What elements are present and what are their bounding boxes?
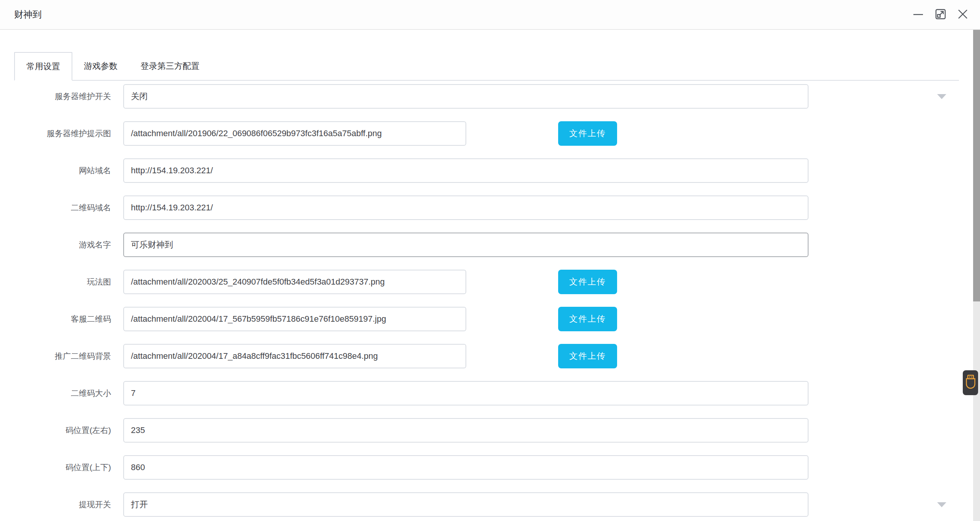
form-row-gameplay-image: 玩法图 文件上传 (14, 270, 966, 294)
form-row-qrcode-domain: 二维码域名 (14, 195, 966, 220)
window-controls (913, 9, 969, 20)
close-icon (957, 9, 968, 21)
field-label: 二维码大小 (14, 388, 111, 399)
usb-dongle-icon (965, 374, 976, 391)
upload-button[interactable]: 文件上传 (558, 344, 617, 368)
form-row-promo-qrcode-bg: 推广二维码背景 文件上传 (14, 344, 966, 368)
field-label: 提现开关 (14, 499, 111, 510)
upload-button[interactable]: 文件上传 (558, 307, 617, 331)
field-label: 游戏名字 (14, 239, 111, 250)
form-row-support-qrcode: 客服二维码 文件上传 (14, 307, 966, 331)
maximize-button[interactable] (935, 9, 946, 20)
field-label: 服务器维护提示图 (14, 128, 111, 139)
game-name-input[interactable] (123, 233, 808, 257)
form-row-site-domain: 网站域名 (14, 158, 966, 183)
tab-bar: 常用设置 游戏参数 登录第三方配置 (14, 52, 959, 81)
code-pos-x-input[interactable] (123, 418, 808, 443)
minimize-button[interactable] (913, 9, 924, 20)
field-label: 客服二维码 (14, 314, 111, 324)
form-row-maintenance-switch: 服务器维护开关 (14, 84, 966, 109)
support-qrcode-input[interactable] (123, 307, 466, 331)
field-label: 玩法图 (14, 277, 111, 287)
field-label: 网站域名 (14, 165, 111, 176)
maintenance-image-input[interactable] (123, 121, 466, 146)
chevron-down-icon[interactable] (937, 94, 946, 99)
field-label: 推广二维码背景 (14, 351, 111, 361)
code-pos-y-input[interactable] (123, 455, 808, 480)
gameplay-image-input[interactable] (123, 270, 466, 294)
upload-button[interactable]: 文件上传 (558, 270, 617, 294)
side-tool-button[interactable] (963, 370, 978, 395)
tab-game-params[interactable]: 游戏参数 (72, 52, 129, 80)
minimize-icon (913, 9, 924, 21)
withdraw-switch-select[interactable] (123, 492, 808, 517)
scrollbar-thumb[interactable] (973, 30, 980, 301)
field-label: 码位置(上下) (14, 462, 111, 473)
window-title: 财神到 (14, 8, 42, 21)
form-row-code-pos-x: 码位置(左右) (14, 418, 966, 443)
tab-common-settings[interactable]: 常用设置 (14, 52, 72, 81)
form-row-withdraw-switch: 提现开关 (14, 492, 966, 517)
maintenance-switch-select[interactable] (123, 84, 808, 109)
field-label: 服务器维护开关 (14, 91, 111, 102)
form-row-game-name: 游戏名字 (14, 233, 966, 257)
settings-form: 服务器维护开关 服务器维护提示图 文件上传 网站域名 二维码域名 游戏名字 玩法… (0, 81, 980, 517)
close-button[interactable] (957, 9, 969, 20)
scrollbar-track[interactable] (973, 30, 980, 521)
qrcode-size-input[interactable] (123, 381, 808, 405)
form-row-code-pos-y: 码位置(上下) (14, 455, 966, 480)
form-row-qrcode-size: 二维码大小 (14, 381, 966, 405)
qrcode-domain-input[interactable] (123, 195, 808, 220)
site-domain-input[interactable] (123, 158, 808, 183)
chevron-down-icon[interactable] (937, 502, 946, 507)
maximize-icon (935, 9, 946, 21)
field-label: 码位置(左右) (14, 425, 111, 436)
upload-button[interactable]: 文件上传 (558, 121, 617, 146)
window-titlebar: 财神到 (0, 0, 980, 30)
tab-third-party-login[interactable]: 登录第三方配置 (129, 52, 211, 80)
field-label: 二维码域名 (14, 202, 111, 213)
form-row-maintenance-image: 服务器维护提示图 文件上传 (14, 121, 966, 146)
promo-qrcode-bg-input[interactable] (123, 344, 466, 368)
